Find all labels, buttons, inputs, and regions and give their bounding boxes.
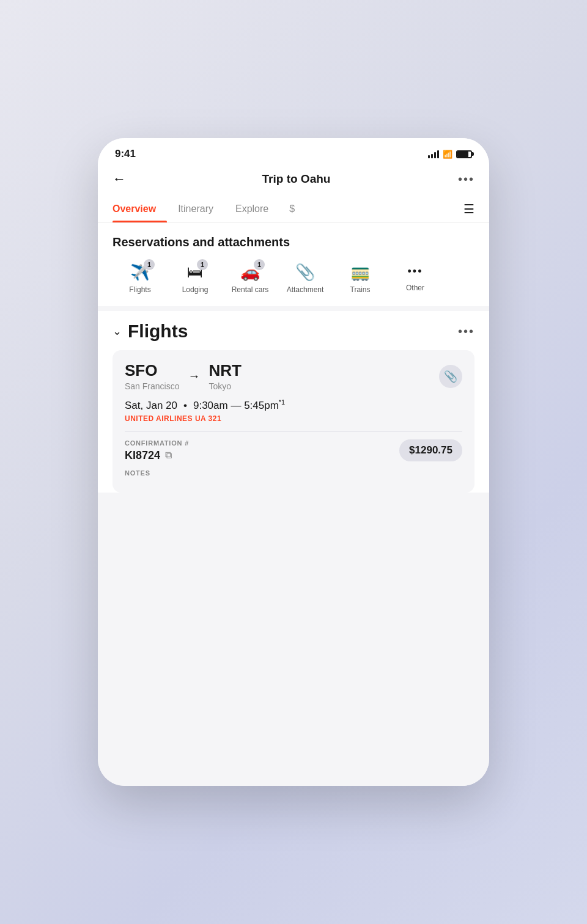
attachment-icon-wrap: 📎 — [295, 263, 315, 282]
category-other[interactable]: ••• Other — [388, 260, 443, 295]
category-flights[interactable]: ✈️ 1 Flights — [113, 260, 168, 296]
collapse-chevron-icon[interactable]: ⌄ — [113, 324, 122, 338]
header: ← Trip to Oahu ••• — [98, 165, 489, 196]
flight-times: 9:30am — 5:45pm*1 — [193, 398, 285, 412]
trains-icon: 🚃 — [350, 263, 370, 281]
battery-icon — [456, 150, 472, 158]
header-more-button[interactable]: ••• — [458, 172, 474, 186]
category-trains[interactable]: 🚃 Trains — [333, 260, 388, 296]
flights-more-button[interactable]: ••• — [458, 324, 474, 339]
other-icon-wrap: ••• — [408, 263, 423, 280]
copy-button[interactable]: ⧉ — [165, 450, 172, 461]
status-icons: 📶 — [428, 150, 472, 159]
category-lodging[interactable]: 🛏 1 Lodging — [168, 260, 223, 296]
lodging-label: Lodging — [182, 285, 209, 294]
trains-label: Trains — [350, 285, 371, 294]
origin-city: San Francisco — [125, 381, 179, 391]
origin-block: SFO San Francisco — [125, 361, 179, 391]
flights-icon-wrap: ✈️ 1 — [130, 263, 150, 282]
wifi-icon: 📶 — [443, 150, 452, 159]
notes-label: NOTES — [125, 469, 462, 482]
confirmation-number: KI8724 — [125, 449, 160, 462]
tab-bar: Overview Itinerary Explore $ ☰ — [98, 196, 489, 223]
tab-dollar[interactable]: $ — [279, 196, 305, 222]
rental-cars-badge: 1 — [254, 259, 265, 270]
rental-cars-label: Rental cars — [232, 285, 269, 294]
status-bar: 9:41 📶 — [98, 138, 489, 165]
category-attachment[interactable]: 📎 Attachment — [278, 260, 333, 296]
flight-date-dot: • — [183, 400, 187, 412]
flights-section-header: ⌄ Flights ••• — [113, 321, 474, 342]
dest-block: NRT Tokyo — [209, 361, 241, 391]
status-time: 9:41 — [115, 148, 136, 160]
confirmation-block: CONFIRMATION # KI8724 ⧉ — [125, 439, 189, 462]
tab-explore[interactable]: Explore — [224, 196, 279, 222]
flight-card: SFO San Francisco → NRT Tokyo 📎 Sat, Jan… — [113, 350, 474, 493]
page-title: Trip to Oahu — [262, 172, 331, 186]
reservations-section: Reservations and attachments ✈️ 1 Flight… — [98, 223, 489, 306]
tab-overview[interactable]: Overview — [113, 196, 167, 222]
category-icons-row: ✈️ 1 Flights 🛏 1 Lodging 🚗 — [113, 260, 474, 296]
trains-icon-wrap: 🚃 — [350, 263, 370, 282]
flights-badge: 1 — [144, 259, 155, 270]
reservations-title: Reservations and attachments — [113, 235, 474, 249]
category-rental-cars[interactable]: 🚗 1 Rental cars — [223, 260, 278, 296]
confirmation-row: CONFIRMATION # KI8724 ⧉ $1290.75 — [125, 439, 462, 462]
lodging-icon-wrap: 🛏 1 — [187, 263, 203, 282]
origin-code: SFO — [125, 361, 179, 380]
flight-date-row: Sat, Jan 20 • 9:30am — 5:45pm*1 — [125, 398, 462, 412]
flights-section-title: Flights — [128, 321, 188, 342]
signal-icon — [428, 150, 439, 158]
tab-menu-button[interactable]: ☰ — [463, 196, 474, 222]
flights-label: Flights — [129, 285, 150, 294]
other-icon: ••• — [408, 265, 423, 277]
price-badge: $1290.75 — [399, 439, 462, 461]
phone-frame: 9:41 📶 ← Trip to Oahu ••• Overview Itine… — [98, 138, 489, 786]
confirmation-label: CONFIRMATION # — [125, 439, 189, 447]
route-arrow-icon: → — [188, 369, 200, 383]
tab-itinerary[interactable]: Itinerary — [167, 196, 224, 222]
back-button[interactable]: ← — [113, 171, 135, 187]
attachment-icon: 📎 — [295, 263, 315, 281]
content-area: Reservations and attachments ✈️ 1 Flight… — [98, 223, 489, 786]
flight-airline: UNITED AIRLINES UA 321 — [125, 414, 462, 423]
flights-title-row: ⌄ Flights — [113, 321, 188, 342]
flights-section: ⌄ Flights ••• SFO San Francisco → NRT To… — [98, 311, 489, 493]
dest-code: NRT — [209, 361, 241, 380]
confirmation-number-row: KI8724 ⧉ — [125, 449, 189, 462]
lodging-badge: 1 — [197, 259, 208, 270]
rental-cars-icon-wrap: 🚗 1 — [240, 263, 260, 282]
dest-city: Tokyo — [209, 381, 241, 391]
flight-date: Sat, Jan 20 — [125, 400, 177, 412]
flight-attachment-button[interactable]: 📎 — [439, 365, 462, 388]
attachment-label: Attachment — [287, 285, 324, 294]
other-label: Other — [406, 284, 424, 292]
flight-route: SFO San Francisco → NRT Tokyo 📎 — [125, 361, 462, 391]
card-divider — [125, 431, 462, 432]
paperclip-icon: 📎 — [444, 370, 457, 383]
